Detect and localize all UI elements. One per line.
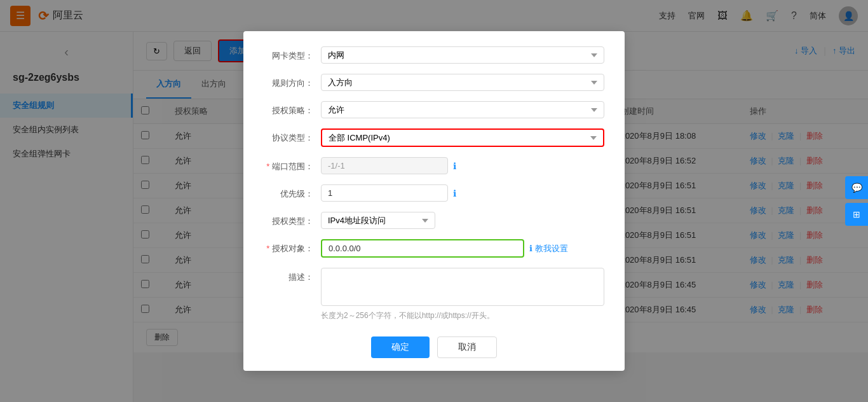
auth-type-select[interactable]: IPv4地址段访问 IPv6地址段访问 安全组 [321, 212, 435, 229]
nic-label: 网卡类型： [264, 46, 321, 62]
auth-target-input[interactable] [321, 239, 524, 258]
direction-select[interactable]: 入方向 出方向 [321, 74, 604, 91]
auth-policy-label: 授权策略： [264, 101, 321, 116]
form-row-direction: 规则方向： 入方向 出方向 [264, 74, 604, 91]
form-row-auth-target: 授权对象： ℹ 教我设置 [264, 239, 604, 258]
form-row-protocol: 协议类型： 全部 ICMP(IPv4) TCP UDP ICMP 全部 [264, 128, 604, 147]
nic-type-select[interactable]: 内网 外网 [321, 46, 604, 64]
description-textarea[interactable] [321, 268, 604, 306]
form-row-priority: 优先级： ℹ [264, 184, 604, 202]
auth-target-control: ℹ 教我设置 [321, 239, 604, 258]
priority-control: ℹ [321, 184, 604, 202]
grid-float-button[interactable]: ⊞ [845, 203, 868, 226]
port-range-input [321, 157, 448, 174]
port-label: 端口范围： [264, 157, 321, 172]
cancel-button[interactable]: 取消 [437, 336, 497, 358]
desc-hint: 长度为2～256个字符，不能以http://或https://开头。 [321, 310, 604, 321]
priority-input-row: ℹ [321, 184, 604, 202]
auth-type-label: 授权类型： [264, 212, 321, 227]
auth-type-control: IPv4地址段访问 IPv6地址段访问 安全组 [321, 212, 604, 229]
desc-label: 描述： [264, 268, 321, 283]
chat-icon: 💬 [851, 183, 862, 193]
direction-control: 入方向 出方向 [321, 74, 604, 91]
help-me-set-link[interactable]: ℹ 教我设置 [529, 243, 568, 254]
port-info-icon[interactable]: ℹ [453, 161, 456, 171]
protocol-control: 全部 ICMP(IPv4) TCP UDP ICMP 全部 [321, 128, 604, 147]
auth-policy-select[interactable]: 允许 拒绝 [321, 101, 604, 118]
chat-float-button[interactable]: 💬 [845, 176, 868, 199]
form-row-description: 描述： 长度为2～256个字符，不能以http://或https://开头。 [264, 268, 604, 321]
form-row-auth-policy: 授权策略： 允许 拒绝 [264, 101, 604, 118]
priority-info-icon[interactable]: ℹ [453, 188, 456, 198]
form-row-nic: 网卡类型： 内网 外网 [264, 46, 604, 64]
float-buttons: 💬 ⊞ [845, 176, 868, 226]
protocol-type-select[interactable]: 全部 ICMP(IPv4) TCP UDP ICMP 全部 [321, 128, 604, 147]
desc-control: 长度为2～256个字符，不能以http://或https://开头。 [321, 268, 604, 321]
dialog-footer: 确定 取消 [264, 336, 604, 358]
form-row-auth-type: 授权类型： IPv4地址段访问 IPv6地址段访问 安全组 [264, 212, 604, 229]
port-control: ℹ [321, 157, 604, 174]
add-rule-dialog: 网卡类型： 内网 外网 规则方向： 入方向 出方向 授权策略： 允许 拒绝 [243, 31, 625, 371]
grid-icon: ⊞ [853, 209, 860, 219]
direction-label: 规则方向： [264, 74, 321, 89]
form-row-port: 端口范围： ℹ [264, 157, 604, 174]
protocol-label: 协议类型： [264, 128, 321, 144]
auth-policy-control: 允许 拒绝 [321, 101, 604, 118]
auth-target-input-row: ℹ 教我设置 [321, 239, 604, 258]
confirm-button[interactable]: 确定 [371, 336, 430, 358]
priority-input[interactable] [321, 184, 448, 202]
port-input-row: ℹ [321, 157, 604, 174]
nic-control: 内网 外网 [321, 46, 604, 64]
auth-target-label: 授权对象： [264, 239, 321, 254]
priority-label: 优先级： [264, 184, 321, 200]
